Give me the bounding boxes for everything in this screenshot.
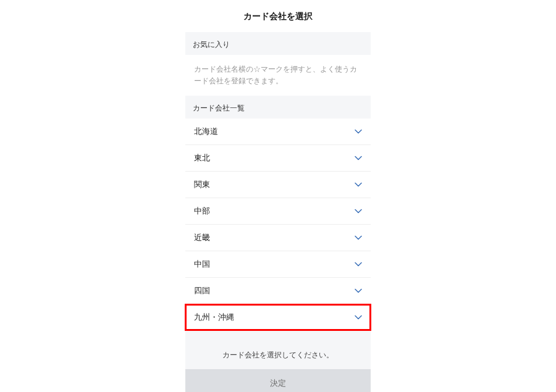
footer-message: カード会社を選択してください。 — [185, 343, 371, 369]
list-item[interactable]: 東北 — [185, 145, 371, 172]
list-item-label: 近畿 — [194, 232, 210, 243]
chevron-down-icon — [355, 287, 362, 294]
chevron-down-icon — [355, 234, 362, 241]
list-item[interactable]: 北海道 — [185, 119, 371, 145]
footer: カード会社を選択してください。 決定 — [185, 330, 371, 392]
list-item[interactable]: 近畿 — [185, 225, 371, 251]
list-item-label: 中国 — [194, 259, 210, 270]
list-item-label: 関東 — [194, 179, 210, 190]
list-item[interactable]: 九州・沖縄 — [185, 304, 371, 330]
company-list: 北海道東北関東中部近畿中国四国九州・沖縄 — [185, 119, 371, 330]
page-title: カード会社を選択 — [185, 11, 371, 22]
list-item-label: 四国 — [194, 285, 210, 296]
list-item[interactable]: 中部 — [185, 198, 371, 225]
chevron-down-icon — [355, 207, 362, 215]
list-item[interactable]: 四国 — [185, 278, 371, 304]
favorites-section-label: お気に入り — [185, 32, 371, 55]
confirm-button[interactable]: 決定 — [185, 369, 371, 392]
phone-screen: カード会社を選択 お気に入り カード会社名横の☆マークを押すと、よく使うカード会… — [185, 0, 371, 392]
list-item[interactable]: 中国 — [185, 251, 371, 278]
chevron-down-icon — [355, 314, 362, 321]
chevron-down-icon — [355, 261, 362, 268]
chevron-down-icon — [355, 154, 362, 162]
list-item-label: 九州・沖縄 — [194, 312, 234, 323]
company-list-section-label: カード会社一覧 — [185, 96, 371, 119]
list-item-label: 中部 — [194, 206, 210, 217]
header: カード会社を選択 — [185, 0, 371, 32]
favorites-empty-message: カード会社名横の☆マークを押すと、よく使うカード会社を登録できます。 — [185, 55, 371, 96]
chevron-down-icon — [355, 181, 362, 188]
list-item-label: 北海道 — [194, 126, 218, 137]
chevron-down-icon — [355, 128, 362, 135]
list-item-label: 東北 — [194, 152, 210, 164]
list-item[interactable]: 関東 — [185, 172, 371, 198]
